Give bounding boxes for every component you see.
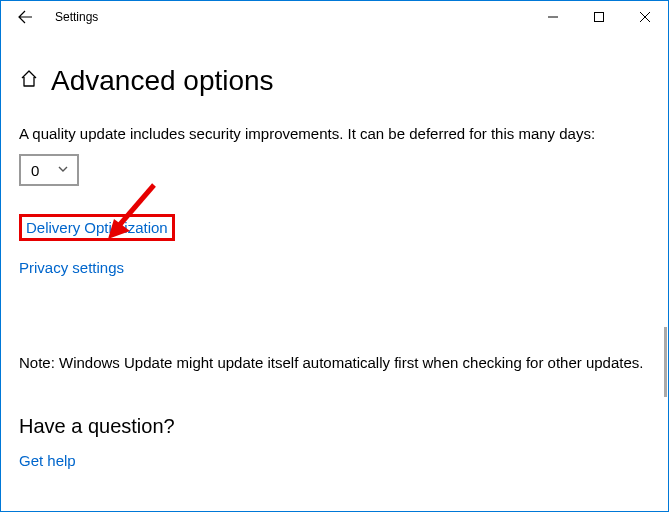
window-controls [530, 1, 668, 33]
back-arrow-icon [17, 9, 33, 25]
chevron-down-icon [57, 161, 69, 179]
delivery-optimization-link[interactable]: Delivery Optimization [19, 214, 175, 241]
page-title: Advanced options [51, 65, 274, 97]
get-help-link[interactable]: Get help [19, 452, 76, 469]
svg-rect-0 [595, 13, 604, 22]
close-button[interactable] [622, 1, 668, 33]
titlebar: Settings [1, 1, 668, 33]
minimize-button[interactable] [530, 1, 576, 33]
page-header: Advanced options [19, 65, 650, 97]
quality-update-description: A quality update includes security impro… [19, 125, 650, 142]
update-note: Note: Windows Update might update itself… [19, 354, 650, 371]
window-title: Settings [55, 10, 98, 24]
defer-days-value: 0 [31, 162, 39, 179]
maximize-icon [594, 12, 604, 22]
maximize-button[interactable] [576, 1, 622, 33]
privacy-settings-link[interactable]: Privacy settings [19, 259, 124, 276]
defer-days-select[interactable]: 0 [19, 154, 79, 186]
content-area: Advanced options A quality update includ… [1, 33, 668, 487]
have-a-question-heading: Have a question? [19, 415, 650, 438]
home-icon[interactable] [19, 69, 39, 93]
close-icon [640, 12, 650, 22]
minimize-icon [548, 12, 558, 22]
scrollbar[interactable] [664, 327, 667, 397]
back-button[interactable] [13, 5, 37, 29]
